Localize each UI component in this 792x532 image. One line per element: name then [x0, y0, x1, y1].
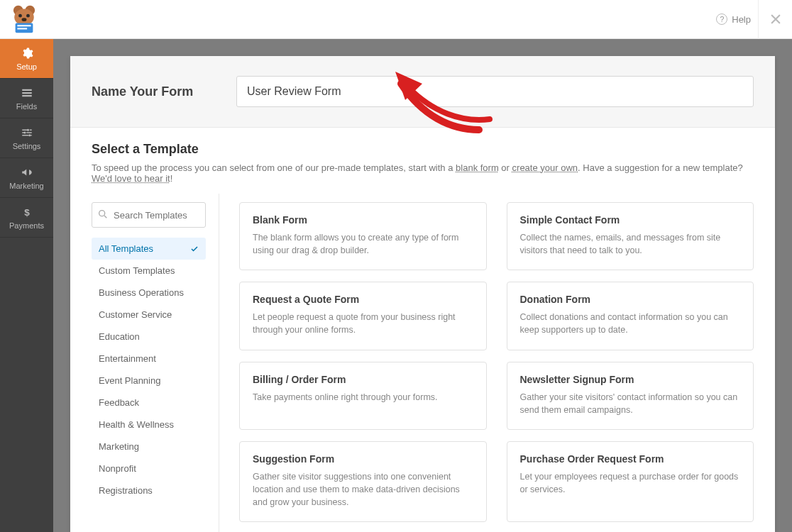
search-templates-wrapper: [92, 202, 206, 228]
template-desc: Let your employees request a purchase or…: [520, 470, 741, 496]
template-title: Donation Form: [520, 294, 741, 305]
sidebar-item-settings[interactable]: Settings: [0, 118, 53, 158]
category-label: Marketing: [99, 441, 139, 452]
template-title: Suggestion Form: [253, 453, 473, 465]
template-desc: The blank form allows you to create any …: [253, 231, 473, 257]
sidebar-label: Fields: [16, 102, 37, 111]
category-education[interactable]: Education: [92, 326, 206, 348]
category-label: Registrations: [99, 485, 153, 496]
category-label: Education: [99, 331, 140, 342]
category-business-operations[interactable]: Business Operations: [92, 282, 206, 304]
template-card-simple-contact-form[interactable]: Simple Contact Form Collect the names, e…: [507, 202, 754, 270]
intro-text: . Have a suggestion for a new template?: [578, 162, 743, 173]
template-desc: Let people request a quote from your bus…: [253, 311, 473, 336]
category-nonprofit[interactable]: Nonprofit: [92, 458, 206, 480]
help-icon: ?: [716, 13, 727, 25]
panel: Name Your Form Select a Template To spee…: [70, 56, 775, 532]
intro-text: To speed up the process you can select f…: [92, 162, 456, 173]
category-feedback[interactable]: Feedback: [92, 392, 206, 414]
sidebar-item-setup[interactable]: Setup: [0, 39, 53, 79]
template-body: All Templates Custom Templates Business …: [70, 194, 775, 532]
suggestion-link[interactable]: We'd love to hear it: [92, 173, 170, 184]
svg-point-10: [23, 131, 26, 133]
sidebar-label: Settings: [13, 142, 41, 150]
sliders-icon: [21, 126, 33, 139]
template-card-suggestion-form[interactable]: Suggestion Form Gather site visitor sugg…: [239, 441, 487, 522]
template-title: Request a Quote Form: [253, 294, 473, 305]
template-grid: Blank Form The blank form allows you to …: [239, 202, 754, 522]
template-desc: Collect donations and contact informatio…: [520, 311, 741, 336]
category-marketing[interactable]: Marketing: [92, 436, 206, 458]
svg-point-9: [27, 128, 29, 131]
template-title: Simple Contact Form: [520, 214, 741, 226]
list-icon: [21, 87, 33, 99]
template-desc: Take payments online right through your …: [253, 391, 473, 404]
svg-point-3: [18, 14, 22, 18]
category-health-wellness[interactable]: Health & Wellness: [92, 414, 206, 436]
category-label: Entertainment: [99, 353, 156, 364]
sidebar-item-fields[interactable]: Fields: [0, 79, 53, 118]
close-button[interactable]: [758, 0, 792, 39]
sidebar-item-payments[interactable]: $ Payments: [0, 198, 53, 238]
name-your-form-heading: Name Your Form: [92, 84, 219, 99]
category-customer-service[interactable]: Customer Service: [92, 304, 206, 326]
template-card-donation-form[interactable]: Donation Form Collect donations and cont…: [507, 282, 754, 350]
create-your-own-link[interactable]: create your own: [512, 162, 578, 173]
category-label: Business Operations: [99, 287, 184, 298]
categories-column: All Templates Custom Templates Business …: [92, 194, 219, 532]
topbar-right: ? Help: [709, 0, 792, 39]
category-label: Custom Templates: [99, 265, 175, 276]
sidebar: Setup Fields Settings Marketing $ Paymen…: [0, 39, 53, 532]
template-card-request-a-quote-form[interactable]: Request a Quote Form Let people request …: [239, 282, 487, 350]
category-label: Health & Wellness: [99, 419, 174, 430]
template-card-billing-order-form[interactable]: Billing / Order Form Take payments onlin…: [239, 362, 487, 430]
category-entertainment[interactable]: Entertainment: [92, 348, 206, 370]
category-label: All Templates: [99, 243, 153, 254]
dollar-icon: $: [21, 206, 33, 218]
template-desc: Gather your site visitors' contact infor…: [520, 391, 741, 416]
category-label: Customer Service: [99, 309, 172, 320]
svg-point-4: [26, 14, 30, 18]
sidebar-label: Payments: [9, 221, 44, 230]
template-desc: Gather site visitor suggestions into one…: [253, 470, 473, 509]
search-templates-input[interactable]: [92, 202, 206, 228]
template-card-newsletter-signup-form[interactable]: Newsletter Signup Form Gather your site …: [507, 362, 754, 430]
help-link[interactable]: ? Help: [709, 9, 758, 29]
template-grid-wrap: Blank Form The blank form allows you to …: [219, 194, 754, 532]
sidebar-label: Marketing: [9, 182, 43, 190]
gear-icon: [21, 47, 33, 60]
intro-text: !: [170, 173, 173, 184]
svg-point-11: [28, 134, 31, 136]
category-label: Nonprofit: [99, 463, 136, 474]
svg-text:$: $: [24, 206, 30, 217]
sidebar-item-marketing[interactable]: Marketing: [0, 158, 53, 198]
category-label: Feedback: [99, 397, 139, 408]
template-card-blank-form[interactable]: Blank Form The blank form allows you to …: [239, 202, 487, 270]
svg-rect-8: [17, 28, 27, 29]
top-bar: ? Help: [0, 0, 792, 39]
template-title: Newsletter Signup Form: [520, 374, 741, 385]
category-all-templates[interactable]: All Templates: [92, 238, 206, 260]
category-custom-templates[interactable]: Custom Templates: [92, 260, 206, 282]
form-name-input[interactable]: [236, 76, 754, 107]
template-header: Select a Template To speed up the proces…: [70, 128, 775, 194]
close-icon: [769, 13, 782, 26]
search-icon: [97, 209, 109, 220]
category-registrations[interactable]: Registrations: [92, 480, 206, 501]
template-card-purchase-order-request-form[interactable]: Purchase Order Request Form Let your emp…: [507, 441, 754, 522]
template-desc: Collect the names, emails, and messages …: [520, 231, 741, 257]
template-title: Billing / Order Form: [253, 374, 473, 385]
category-label: Event Planning: [99, 375, 160, 386]
name-your-form-section: Name Your Form: [70, 56, 775, 128]
check-icon: [190, 245, 199, 253]
svg-point-2: [14, 9, 34, 26]
category-event-planning[interactable]: Event Planning: [92, 370, 206, 392]
sidebar-label: Setup: [16, 62, 37, 71]
intro-text: or: [499, 162, 512, 173]
topbar-left: [9, 4, 40, 35]
blank-form-link[interactable]: blank form: [456, 162, 499, 173]
svg-point-5: [22, 18, 27, 21]
template-title: Purchase Order Request Form: [520, 453, 741, 465]
template-intro: To speed up the process you can select f…: [92, 162, 754, 184]
svg-point-13: [99, 211, 105, 216]
